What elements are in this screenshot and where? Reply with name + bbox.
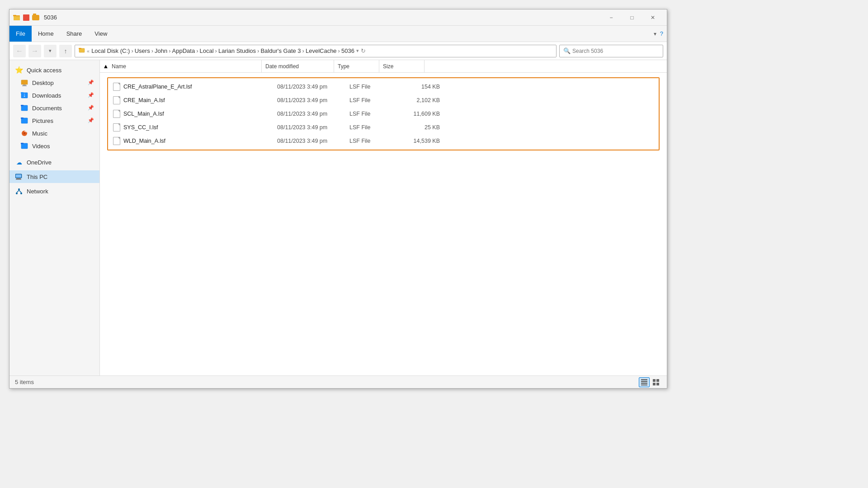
table-row[interactable]: SYS_CC_I.lsf 08/11/2023 3:49 pm LSF File… [108, 121, 659, 134]
menu-share[interactable]: Share [60, 26, 89, 42]
sidebar-item-pictures[interactable]: Pictures 📌 [9, 114, 99, 127]
sidebar-item-thispc[interactable]: This PC [9, 170, 99, 183]
pictures-pin-icon: 📌 [88, 117, 94, 124]
sidebar-desktop-label: Desktop [32, 80, 54, 86]
sidebar-item-quick-access[interactable]: ⭐ Quick access [9, 64, 99, 76]
minimize-button[interactable]: − [601, 9, 622, 26]
breadcrumb-levelcache[interactable]: LevelCache [306, 47, 337, 54]
breadcrumb-local[interactable]: Local [200, 47, 214, 54]
pictures-icon [20, 117, 28, 125]
file-type: LSF File [349, 111, 395, 117]
svg-rect-32 [653, 379, 656, 382]
menu-view[interactable]: View [88, 26, 113, 42]
file-date: 08/11/2023 3:49 pm [277, 124, 349, 131]
svg-rect-7 [22, 85, 27, 86]
sort-button[interactable]: ▲ [100, 60, 108, 73]
file-type: LSF File [349, 138, 395, 144]
title-bar: 5036 − □ ✕ [9, 9, 667, 26]
col-header-type[interactable]: Type [334, 60, 379, 72]
svg-rect-31 [641, 385, 647, 385]
details-view-button[interactable] [639, 377, 650, 387]
svg-text:↓: ↓ [23, 92, 26, 98]
documents-icon [20, 104, 28, 112]
file-date: 08/11/2023 3:49 pm [277, 111, 349, 117]
doc-icon [113, 96, 120, 104]
col-header-name[interactable]: Name [108, 60, 262, 72]
sidebar-documents-label: Documents [32, 105, 62, 112]
search-input[interactable] [572, 48, 659, 54]
sidebar-network-label: Network [27, 188, 48, 195]
svg-point-23 [18, 188, 20, 190]
svg-rect-30 [641, 383, 647, 384]
file-date: 08/11/2023 3:49 pm [277, 97, 349, 103]
address-bar[interactable]: « Local Disk (C:) › Users › John › AppDa… [75, 45, 557, 57]
large-icons-view-button[interactable] [651, 377, 661, 387]
sidebar-item-documents[interactable]: Documents 📌 [9, 102, 99, 114]
app-icon [13, 14, 20, 21]
file-content-area: ▲ Name Date modified Type Size CRE_Astra… [100, 60, 667, 375]
file-icon [113, 96, 121, 105]
doc-icon [113, 123, 120, 131]
table-row[interactable]: SCL_Main_A.lsf 08/11/2023 3:49 pm LSF Fi… [108, 107, 659, 121]
svg-rect-1 [14, 16, 20, 20]
ribbon-expand-icon[interactable]: ▾ [654, 31, 656, 37]
table-row[interactable]: CRE_Main_A.lsf 08/11/2023 3:49 pm LSF Fi… [108, 94, 659, 107]
dropdown-recent-button[interactable]: ▾ [44, 45, 57, 57]
col-header-date[interactable]: Date modified [262, 60, 334, 72]
breadcrumb-john[interactable]: John [155, 47, 167, 54]
sidebar-item-network[interactable]: Network [9, 185, 99, 197]
file-size: 11,609 KB [395, 111, 440, 117]
file-size: 2,102 KB [395, 97, 440, 103]
column-headers: ▲ Name Date modified Type Size [100, 60, 667, 73]
up-button[interactable]: ↑ [59, 45, 72, 57]
breadcrumb-users[interactable]: Users [135, 47, 150, 54]
window-title: 5036 [42, 14, 598, 21]
file-icon [113, 109, 121, 118]
breadcrumb-larian[interactable]: Larian Studios [218, 47, 256, 54]
svg-rect-22 [16, 174, 21, 178]
breadcrumb-local-disk[interactable]: Local Disk (C:) [91, 47, 130, 54]
onedrive-icon: ☁ [15, 158, 23, 166]
music-icon [20, 129, 28, 137]
sidebar-pictures-label: Pictures [32, 117, 53, 124]
help-icon[interactable]: ? [660, 30, 663, 37]
sidebar-item-desktop[interactable]: Desktop 📌 [9, 76, 99, 89]
file-list-wrapper: CRE_AstralPlane_E_Art.lsf 08/11/2023 3:4… [100, 73, 667, 155]
svg-rect-34 [653, 383, 656, 385]
menu-home[interactable]: Home [32, 26, 60, 42]
file-type: LSF File [349, 124, 395, 131]
address-dropdown-btn[interactable]: ▾ [356, 48, 359, 54]
sidebar-videos-label: Videos [32, 143, 50, 150]
sidebar-quick-access-label: Quick access [27, 67, 61, 74]
window-controls: − □ ✕ [601, 9, 663, 26]
sidebar-item-onedrive[interactable]: ☁ OneDrive [9, 156, 99, 169]
doc-icon [113, 137, 120, 145]
breadcrumb-bg3[interactable]: Baldur's Gate 3 [260, 47, 301, 54]
close-button[interactable]: ✕ [642, 9, 663, 26]
file-icon [113, 82, 121, 91]
sidebar-item-videos[interactable]: Videos [9, 140, 99, 152]
menu-file[interactable]: File [9, 26, 32, 42]
forward-button[interactable]: → [28, 45, 41, 57]
address-refresh-btn[interactable]: ↻ [361, 47, 366, 54]
svg-rect-28 [641, 379, 647, 380]
quick-access-icon: ⭐ [15, 66, 23, 74]
explorer-window: 5036 − □ ✕ File Home Share View ▾ ? ← → … [9, 9, 667, 389]
sidebar-item-music[interactable]: Music [9, 127, 99, 140]
file-name: SCL_Main_A.lsf [123, 111, 277, 117]
videos-icon [20, 142, 28, 150]
save-icon [23, 14, 29, 21]
file-type: LSF File [349, 97, 395, 103]
back-button[interactable]: ← [13, 45, 26, 57]
network-icon [15, 187, 23, 195]
file-name: WLD_Main_A.lsf [123, 138, 277, 144]
table-row[interactable]: WLD_Main_A.lsf 08/11/2023 3:49 pm LSF Fi… [108, 134, 659, 148]
col-header-size[interactable]: Size [379, 60, 425, 72]
breadcrumb-appdata[interactable]: AppData [172, 47, 195, 54]
maximize-button[interactable]: □ [622, 9, 642, 26]
search-bar[interactable]: 🔍 [559, 45, 663, 57]
file-name: CRE_Main_A.lsf [123, 97, 277, 103]
svg-point-24 [16, 192, 18, 194]
table-row[interactable]: CRE_AstralPlane_E_Art.lsf 08/11/2023 3:4… [108, 80, 659, 94]
sidebar-item-downloads[interactable]: ↓ Downloads 📌 [9, 89, 99, 102]
